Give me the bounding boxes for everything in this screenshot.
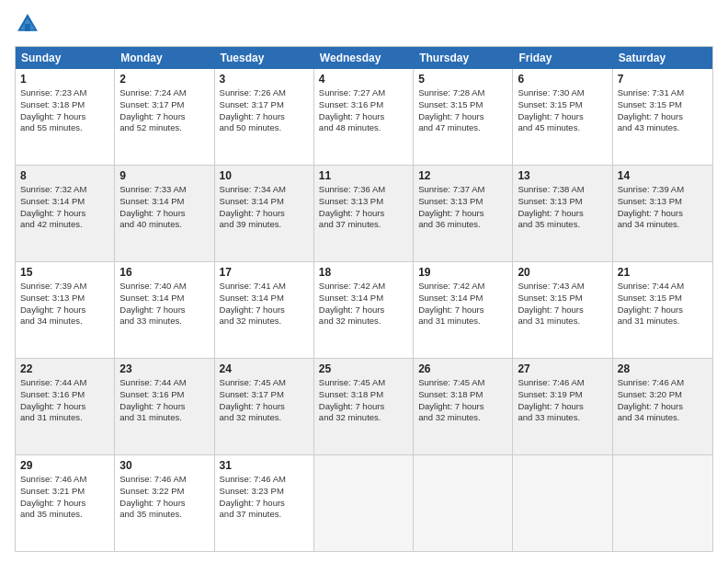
- calendar-week-3: 15Sunrise: 7:39 AM Sunset: 3:13 PM Dayli…: [16, 262, 712, 359]
- calendar-week-5: 29Sunrise: 7:46 AM Sunset: 3:21 PM Dayli…: [16, 455, 712, 551]
- calendar-cell: 3Sunrise: 7:26 AM Sunset: 3:17 PM Daylig…: [215, 69, 314, 165]
- day-number: 3: [220, 73, 309, 86]
- calendar-cell: 17Sunrise: 7:41 AM Sunset: 3:14 PM Dayli…: [215, 262, 314, 358]
- day-info: Sunrise: 7:45 AM Sunset: 3:18 PM Dayligh…: [319, 377, 408, 424]
- day-number: 13: [518, 169, 607, 182]
- day-number: 11: [319, 169, 408, 182]
- weekday-header-monday: Monday: [115, 47, 214, 69]
- weekday-header-wednesday: Wednesday: [314, 47, 414, 69]
- day-number: 14: [618, 169, 708, 182]
- calendar-cell: 16Sunrise: 7:40 AM Sunset: 3:14 PM Dayli…: [115, 262, 214, 358]
- day-info: Sunrise: 7:37 AM Sunset: 3:13 PM Dayligh…: [418, 184, 507, 231]
- calendar-cell: 29Sunrise: 7:46 AM Sunset: 3:21 PM Dayli…: [16, 455, 115, 551]
- day-info: Sunrise: 7:45 AM Sunset: 3:17 PM Dayligh…: [220, 377, 309, 424]
- day-info: Sunrise: 7:30 AM Sunset: 3:15 PM Dayligh…: [518, 87, 607, 134]
- calendar-cell: 7Sunrise: 7:31 AM Sunset: 3:15 PM Daylig…: [613, 69, 712, 165]
- calendar-cell: 12Sunrise: 7:37 AM Sunset: 3:13 PM Dayli…: [414, 166, 513, 261]
- day-info: Sunrise: 7:39 AM Sunset: 3:13 PM Dayligh…: [618, 184, 708, 231]
- calendar-cell: 13Sunrise: 7:38 AM Sunset: 3:13 PM Dayli…: [513, 166, 612, 261]
- calendar-cell: 11Sunrise: 7:36 AM Sunset: 3:13 PM Dayli…: [314, 166, 414, 261]
- day-info: Sunrise: 7:24 AM Sunset: 3:17 PM Dayligh…: [119, 87, 209, 134]
- day-number: 6: [518, 73, 607, 86]
- day-info: Sunrise: 7:40 AM Sunset: 3:14 PM Dayligh…: [119, 281, 209, 327]
- day-info: Sunrise: 7:46 AM Sunset: 3:20 PM Dayligh…: [618, 377, 708, 424]
- day-info: Sunrise: 7:46 AM Sunset: 3:21 PM Dayligh…: [20, 474, 109, 521]
- calendar-week-4: 22Sunrise: 7:44 AM Sunset: 3:16 PM Dayli…: [16, 359, 712, 455]
- day-info: Sunrise: 7:39 AM Sunset: 3:13 PM Dayligh…: [20, 281, 109, 327]
- day-number: 29: [20, 459, 109, 472]
- day-info: Sunrise: 7:46 AM Sunset: 3:19 PM Dayligh…: [518, 377, 607, 424]
- calendar-cell: 6Sunrise: 7:30 AM Sunset: 3:15 PM Daylig…: [513, 69, 612, 165]
- day-number: 21: [618, 266, 708, 279]
- day-number: 12: [418, 169, 507, 182]
- calendar-cell: 15Sunrise: 7:39 AM Sunset: 3:13 PM Dayli…: [16, 262, 115, 358]
- day-info: Sunrise: 7:46 AM Sunset: 3:23 PM Dayligh…: [220, 474, 309, 521]
- calendar-cell: 20Sunrise: 7:43 AM Sunset: 3:15 PM Dayli…: [513, 262, 612, 358]
- day-number: 31: [220, 459, 309, 472]
- day-number: 17: [220, 266, 309, 279]
- calendar-header: SundayMondayTuesdayWednesdayThursdayFrid…: [16, 47, 712, 69]
- calendar: SundayMondayTuesdayWednesdayThursdayFrid…: [15, 46, 713, 552]
- day-number: 27: [518, 362, 607, 375]
- calendar-cell: 24Sunrise: 7:45 AM Sunset: 3:17 PM Dayli…: [215, 359, 314, 454]
- day-info: Sunrise: 7:33 AM Sunset: 3:14 PM Dayligh…: [119, 184, 209, 231]
- day-number: 20: [518, 266, 607, 279]
- day-info: Sunrise: 7:44 AM Sunset: 3:16 PM Dayligh…: [20, 377, 109, 424]
- calendar-cell: 14Sunrise: 7:39 AM Sunset: 3:13 PM Dayli…: [613, 166, 712, 261]
- day-info: Sunrise: 7:44 AM Sunset: 3:16 PM Dayligh…: [119, 377, 209, 424]
- day-number: 7: [618, 73, 708, 86]
- weekday-header-saturday: Saturday: [613, 47, 712, 69]
- calendar-cell: 25Sunrise: 7:45 AM Sunset: 3:18 PM Dayli…: [314, 359, 414, 454]
- calendar-cell: 8Sunrise: 7:32 AM Sunset: 3:14 PM Daylig…: [16, 166, 115, 261]
- day-number: 22: [20, 362, 109, 375]
- day-number: 1: [20, 73, 109, 86]
- day-info: Sunrise: 7:43 AM Sunset: 3:15 PM Dayligh…: [518, 281, 607, 327]
- day-number: 4: [319, 73, 408, 86]
- calendar-cell: 10Sunrise: 7:34 AM Sunset: 3:14 PM Dayli…: [215, 166, 314, 261]
- day-info: Sunrise: 7:28 AM Sunset: 3:15 PM Dayligh…: [418, 87, 507, 134]
- header: [15, 11, 713, 37]
- weekday-header-friday: Friday: [513, 47, 612, 69]
- calendar-cell: [314, 455, 414, 551]
- weekday-header-thursday: Thursday: [414, 47, 513, 69]
- day-info: Sunrise: 7:27 AM Sunset: 3:16 PM Dayligh…: [319, 87, 408, 134]
- calendar-cell: 21Sunrise: 7:44 AM Sunset: 3:15 PM Dayli…: [613, 262, 712, 358]
- day-info: Sunrise: 7:46 AM Sunset: 3:22 PM Dayligh…: [119, 474, 209, 521]
- calendar-cell: 5Sunrise: 7:28 AM Sunset: 3:15 PM Daylig…: [414, 69, 513, 165]
- day-info: Sunrise: 7:31 AM Sunset: 3:15 PM Dayligh…: [618, 87, 708, 134]
- day-number: 26: [418, 362, 507, 375]
- logo-icon: [15, 11, 40, 37]
- day-info: Sunrise: 7:42 AM Sunset: 3:14 PM Dayligh…: [319, 281, 408, 327]
- day-number: 2: [119, 73, 209, 86]
- calendar-cell: 4Sunrise: 7:27 AM Sunset: 3:16 PM Daylig…: [314, 69, 414, 165]
- day-info: Sunrise: 7:34 AM Sunset: 3:14 PM Dayligh…: [220, 184, 309, 231]
- day-number: 24: [220, 362, 309, 375]
- day-info: Sunrise: 7:38 AM Sunset: 3:13 PM Dayligh…: [518, 184, 607, 231]
- logo: [15, 11, 44, 37]
- calendar-cell: 31Sunrise: 7:46 AM Sunset: 3:23 PM Dayli…: [215, 455, 314, 551]
- calendar-cell: 23Sunrise: 7:44 AM Sunset: 3:16 PM Dayli…: [115, 359, 214, 454]
- day-info: Sunrise: 7:42 AM Sunset: 3:14 PM Dayligh…: [418, 281, 507, 327]
- calendar-week-2: 8Sunrise: 7:32 AM Sunset: 3:14 PM Daylig…: [16, 166, 712, 262]
- day-info: Sunrise: 7:45 AM Sunset: 3:18 PM Dayligh…: [418, 377, 507, 424]
- calendar-cell: 22Sunrise: 7:44 AM Sunset: 3:16 PM Dayli…: [16, 359, 115, 454]
- calendar-cell: 26Sunrise: 7:45 AM Sunset: 3:18 PM Dayli…: [414, 359, 513, 454]
- calendar-body: 1Sunrise: 7:23 AM Sunset: 3:18 PM Daylig…: [16, 69, 712, 551]
- day-number: 9: [119, 169, 209, 182]
- calendar-cell: 27Sunrise: 7:46 AM Sunset: 3:19 PM Dayli…: [513, 359, 612, 454]
- page: SundayMondayTuesdayWednesdayThursdayFrid…: [0, 0, 728, 563]
- calendar-cell: 28Sunrise: 7:46 AM Sunset: 3:20 PM Dayli…: [613, 359, 712, 454]
- day-info: Sunrise: 7:44 AM Sunset: 3:15 PM Dayligh…: [618, 281, 708, 327]
- day-number: 15: [20, 266, 109, 279]
- calendar-cell: 19Sunrise: 7:42 AM Sunset: 3:14 PM Dayli…: [414, 262, 513, 358]
- day-number: 30: [119, 459, 209, 472]
- calendar-cell: 30Sunrise: 7:46 AM Sunset: 3:22 PM Dayli…: [115, 455, 214, 551]
- calendar-cell: [414, 455, 513, 551]
- day-number: 28: [618, 362, 708, 375]
- weekday-header-tuesday: Tuesday: [215, 47, 314, 69]
- day-info: Sunrise: 7:26 AM Sunset: 3:17 PM Dayligh…: [220, 87, 309, 134]
- calendar-cell: [613, 455, 712, 551]
- day-number: 19: [418, 266, 507, 279]
- day-info: Sunrise: 7:23 AM Sunset: 3:18 PM Dayligh…: [20, 87, 109, 134]
- day-info: Sunrise: 7:41 AM Sunset: 3:14 PM Dayligh…: [220, 281, 309, 327]
